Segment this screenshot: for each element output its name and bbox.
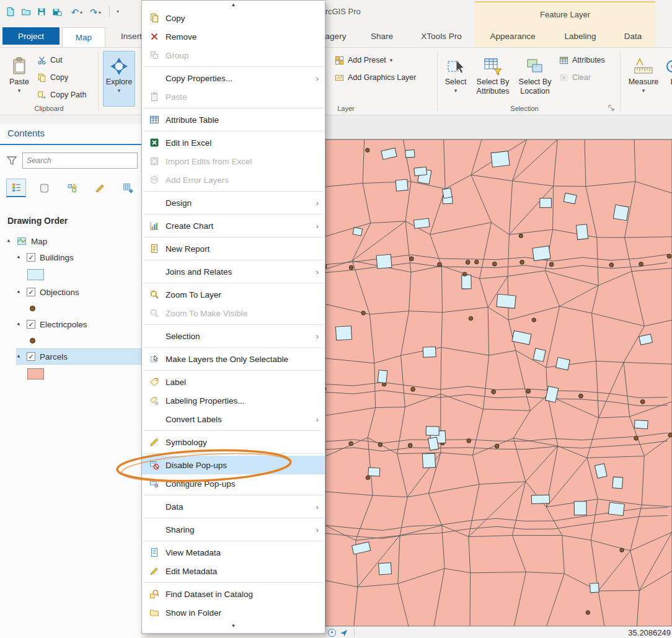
save-as-icon[interactable] bbox=[51, 6, 63, 17]
menu-separator bbox=[143, 191, 324, 192]
contents-accent-rule bbox=[0, 144, 141, 145]
tab-appearance[interactable]: Appearance bbox=[483, 27, 542, 45]
status-navigation-icon[interactable] bbox=[339, 628, 348, 637]
copy-path-button[interactable]: Copy Path bbox=[37, 88, 86, 102]
expander-icon[interactable]: ▸ bbox=[15, 352, 24, 361]
locate-button-partial[interactable]: L bbox=[663, 51, 672, 107]
new-project-icon[interactable] bbox=[5, 6, 16, 17]
menu-item-new-report[interactable]: New Report bbox=[142, 239, 325, 258]
menu-item-view-metadata[interactable]: View Metadata bbox=[142, 543, 325, 562]
save-project-icon[interactable] bbox=[36, 6, 47, 17]
layer-checkbox[interactable]: ✓ bbox=[27, 288, 35, 296]
menu-item-label[interactable]: Label bbox=[142, 373, 325, 391]
menu-item-remove[interactable]: Remove bbox=[142, 27, 325, 46]
copy-button[interactable]: Copy bbox=[37, 71, 68, 84]
add-graphics-layer-icon bbox=[335, 73, 344, 82]
menu-item-design[interactable]: Design› bbox=[142, 193, 325, 212]
select-by-attributes-button[interactable]: Select By Attributes bbox=[474, 51, 512, 107]
menu-item-find-dataset-in-catalog[interactable]: Find Dataset in Catalog bbox=[142, 585, 325, 603]
tab-project[interactable]: Project bbox=[2, 27, 60, 45]
menu-item-labeling-properties[interactable]: Labeling Properties... bbox=[142, 391, 325, 410]
menu-item-create-chart[interactable]: Create Chart› bbox=[142, 216, 325, 235]
map-canvas[interactable] bbox=[325, 140, 672, 626]
menu-item-symbology[interactable]: Symbology bbox=[142, 433, 325, 451]
menu-item-edit-metadata[interactable]: Edit Metadata bbox=[142, 562, 325, 580]
select-button[interactable]: Select ▾ bbox=[441, 51, 470, 107]
copy-icon bbox=[149, 13, 159, 23]
list-by-snapping-icon[interactable] bbox=[118, 179, 138, 197]
add-graphics-layer-button[interactable]: Add Graphics Layer bbox=[335, 71, 416, 84]
explore-button[interactable]: Explore ▾ bbox=[103, 51, 135, 107]
menu-item-copy-properties[interactable]: Copy Properties...› bbox=[142, 69, 325, 87]
paste-button[interactable]: Paste ▾ bbox=[5, 51, 33, 107]
menu-item-configure-pop-ups[interactable]: Configure Pop-ups bbox=[142, 474, 325, 493]
expander-icon[interactable]: ▸ bbox=[5, 237, 14, 246]
expander-icon[interactable]: ▸ bbox=[15, 253, 24, 262]
selection-dialog-launcher-icon[interactable] bbox=[608, 104, 616, 112]
tab-data[interactable]: Data bbox=[616, 27, 650, 45]
status-compass-icon[interactable] bbox=[327, 628, 337, 637]
layer-swatch-rect[interactable] bbox=[27, 269, 44, 280]
tab-labeling[interactable]: Labeling bbox=[551, 27, 609, 45]
menu-item-attribute-table[interactable]: Attribute Table bbox=[142, 110, 325, 129]
layer-row-objections[interactable]: ▸✓Objections bbox=[16, 284, 141, 300]
contextual-tab-group: Feature Layer bbox=[475, 1, 655, 26]
tab-share[interactable]: Share bbox=[361, 27, 403, 45]
layer-checkbox[interactable]: ✓ bbox=[27, 352, 35, 361]
layer-swatch-dot[interactable] bbox=[30, 306, 35, 311]
attributes-button[interactable]: Attributes bbox=[559, 53, 605, 67]
menu-item-data[interactable]: Data› bbox=[142, 497, 325, 516]
menu-item-selection[interactable]: Selection› bbox=[142, 327, 325, 345]
list-by-drawing-order-icon[interactable] bbox=[6, 179, 26, 197]
menu-item-joins-and-relates[interactable]: Joins and Relates› bbox=[142, 262, 325, 281]
layer-swatch-dot[interactable] bbox=[30, 338, 35, 343]
layer-row-parcels[interactable]: ▸✓Parcels bbox=[16, 348, 141, 365]
layer-row-map[interactable]: ▸Map bbox=[6, 233, 141, 249]
menu-item-edit-in-excel[interactable]: Edit in Excel bbox=[142, 133, 325, 152]
list-by-selection-icon[interactable] bbox=[62, 179, 82, 197]
tab-xtools-pro[interactable]: XTools Pro bbox=[412, 27, 471, 45]
layer-checkbox[interactable]: ✓ bbox=[27, 320, 35, 329]
customize-toolbar-caret-icon[interactable]: ▾ bbox=[117, 9, 119, 14]
layer-row-buildings[interactable]: ▸✓Buildings bbox=[16, 249, 141, 265]
paste-ribbon-icon bbox=[9, 55, 29, 78]
expander-icon[interactable]: ▸ bbox=[15, 320, 24, 329]
redo-icon[interactable]: ↷ bbox=[88, 6, 99, 17]
menu-item-show-in-folder[interactable]: Show in Folder bbox=[142, 603, 325, 622]
menu-item-make-layers-the-only-selectable[interactable]: Make Layers the Only Selectable bbox=[142, 350, 325, 368]
menu-item-convert-labels[interactable]: Convert Labels› bbox=[142, 410, 325, 428]
menu-item-disable-pop-ups[interactable]: Disable Pop-ups bbox=[142, 456, 325, 474]
contents-search-input[interactable] bbox=[22, 153, 138, 169]
window-title: ArcGIS Pro bbox=[320, 7, 361, 16]
zoom-disabled-icon bbox=[149, 308, 159, 318]
undo-caret-icon[interactable]: ▾ bbox=[80, 10, 82, 16]
cut-button[interactable]: Cut bbox=[37, 53, 62, 67]
map-viewport[interactable] bbox=[325, 140, 672, 626]
layer-row-electricpoles[interactable]: ▸✓Electricpoles bbox=[16, 316, 141, 332]
menu-item-zoom-to-layer[interactable]: Zoom To Layer bbox=[142, 285, 325, 304]
list-by-data-source-icon[interactable] bbox=[34, 179, 54, 197]
list-by-editing-icon[interactable] bbox=[90, 179, 110, 197]
layer-swatch-rect[interactable] bbox=[27, 368, 44, 379]
clear-button[interactable]: Clear bbox=[559, 71, 591, 84]
expander-icon[interactable]: ▸ bbox=[15, 288, 24, 296]
zoom-to-layer-icon bbox=[149, 290, 159, 299]
tab-map[interactable]: Map bbox=[62, 27, 105, 48]
menu-item-copy[interactable]: Copy bbox=[142, 9, 325, 27]
undo-icon[interactable]: ↶ bbox=[69, 6, 81, 17]
menu-scroll-down-icon[interactable]: ▼ bbox=[142, 622, 325, 630]
add-preset-button[interactable]: Add Preset ▾ bbox=[335, 53, 392, 67]
report-icon bbox=[149, 244, 159, 254]
measure-button[interactable]: Measure ▾ bbox=[626, 51, 661, 107]
select-by-location-button[interactable]: Select By Location bbox=[516, 51, 554, 107]
menu-separator bbox=[143, 518, 324, 518]
menu-scroll-up-icon[interactable]: ▲ bbox=[142, 1, 325, 9]
filter-funnel-icon[interactable] bbox=[6, 155, 17, 166]
open-project-icon[interactable] bbox=[20, 6, 32, 17]
contextual-tab-group-label: Feature Layer bbox=[540, 10, 590, 19]
menu-item-sharing[interactable]: Sharing› bbox=[142, 520, 325, 539]
redo-caret-icon[interactable]: ▾ bbox=[99, 10, 101, 16]
paste-label: Paste bbox=[9, 78, 29, 87]
layer-checkbox[interactable]: ✓ bbox=[27, 253, 35, 262]
attribute-table-icon bbox=[149, 115, 159, 125]
